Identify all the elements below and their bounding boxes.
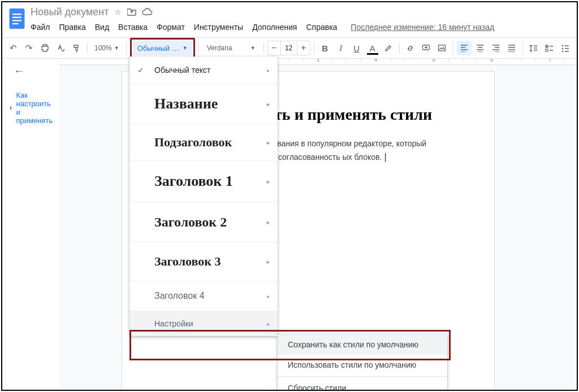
- highlight-color-button[interactable]: [381, 41, 396, 55]
- svg-rect-3: [12, 20, 21, 21]
- move-icon[interactable]: [127, 8, 136, 16]
- style-option-subtitle[interactable]: Подзаголовок▸: [129, 124, 278, 161]
- svg-point-9: [562, 45, 564, 46]
- submenu-separator: [278, 376, 447, 377]
- submenu-reset-styles[interactable]: Сбросить стили: [278, 378, 447, 391]
- style-option-heading-3[interactable]: Заголовок 3▸: [129, 242, 278, 281]
- svg-rect-8: [546, 49, 548, 51]
- toolbar: ↶ ↷ 100%▼ Обычный … ▼ Verdana ▼ − 12 + B…: [2, 37, 577, 59]
- outline-item[interactable]: Как настроить и применять: [7, 91, 55, 125]
- insert-link-button[interactable]: [403, 41, 418, 55]
- style-settings-submenu: Сохранить как стили по умолчанию Использ…: [278, 334, 447, 391]
- title-bar: Новый документ ☆ Файл Правка Вид Вставка…: [2, 2, 577, 37]
- star-icon[interactable]: ☆: [115, 8, 122, 16]
- docs-logo[interactable]: [7, 6, 27, 32]
- submenu-arrow-icon: ▸: [267, 101, 270, 107]
- document-outline: ← Как настроить и применять: [2, 55, 59, 390]
- submenu-arrow-icon: ▸: [267, 67, 270, 73]
- chevron-down-icon: ▼: [250, 45, 256, 51]
- submenu-arrow-icon: ▸: [267, 219, 270, 225]
- document-title[interactable]: Новый документ: [31, 6, 109, 18]
- style-option-normal[interactable]: ✓ Обычный текст▸: [129, 56, 278, 84]
- submenu-arrow-icon: ▸: [267, 321, 270, 327]
- bold-button[interactable]: B: [318, 41, 332, 55]
- style-option-heading-4[interactable]: Заголовок 4▸: [129, 281, 278, 311]
- submenu-arrow-icon: ▸: [267, 293, 270, 299]
- style-option-settings[interactable]: Настройки▸: [129, 311, 278, 336]
- font-family-dropdown[interactable]: Verdana ▼: [202, 41, 260, 55]
- menu-tools[interactable]: Инструменты: [194, 23, 243, 32]
- menu-format[interactable]: Формат: [157, 23, 185, 32]
- font-size-control: − 12 +: [267, 41, 310, 55]
- submenu-arrow-icon: ▸: [267, 259, 270, 265]
- menu-insert[interactable]: Вставка: [118, 23, 148, 32]
- paint-format-button[interactable]: [69, 41, 84, 55]
- undo-button[interactable]: ↶: [6, 41, 20, 55]
- text-color-button[interactable]: A: [365, 41, 380, 55]
- font-size-input[interactable]: 12: [280, 41, 297, 55]
- align-justify-button[interactable]: [504, 41, 519, 55]
- outline-collapse-button[interactable]: ←: [14, 64, 55, 77]
- checklist-button[interactable]: [542, 41, 557, 55]
- svg-point-10: [562, 47, 564, 49]
- svg-rect-6: [439, 45, 446, 51]
- styles-dropdown-highlight: Обычный … ▼: [130, 38, 195, 58]
- cloud-status-icon[interactable]: [142, 8, 152, 16]
- align-left-button[interactable]: [457, 41, 472, 55]
- last-edit-link[interactable]: Последнее изменение: 16 минут назад: [351, 23, 494, 32]
- submenu-arrow-icon: ▸: [267, 140, 270, 146]
- submenu-arrow-icon: ▸: [267, 178, 270, 185]
- svg-point-11: [562, 50, 564, 52]
- align-center-button[interactable]: [473, 41, 487, 55]
- print-button[interactable]: [37, 41, 52, 55]
- menu-bar: Файл Правка Вид Вставка Формат Инструмен…: [31, 20, 494, 34]
- svg-rect-2: [12, 17, 21, 18]
- paragraph-styles-dropdown[interactable]: Обычный … ▼: [133, 41, 192, 55]
- menu-file[interactable]: Файл: [31, 23, 50, 32]
- spellcheck-button[interactable]: [53, 41, 68, 55]
- svg-rect-0: [10, 8, 25, 29]
- svg-rect-1: [12, 14, 21, 15]
- svg-rect-4: [12, 23, 18, 24]
- chevron-down-icon: ▼: [183, 45, 188, 51]
- italic-button[interactable]: I: [334, 41, 348, 55]
- zoom-select[interactable]: 100%▼: [91, 44, 123, 52]
- align-right-button[interactable]: [489, 41, 503, 55]
- menu-view[interactable]: Вид: [95, 23, 109, 32]
- checkmark-icon: ✓: [137, 66, 144, 75]
- redo-button[interactable]: ↷: [21, 41, 36, 55]
- submenu-use-default-styles[interactable]: Использовать стили по умолчанию: [278, 355, 447, 375]
- increase-font-size-button[interactable]: +: [297, 43, 310, 53]
- insert-image-button[interactable]: [435, 41, 450, 55]
- menu-addons[interactable]: Дополнения: [252, 23, 297, 32]
- line-spacing-button[interactable]: [526, 41, 541, 55]
- outline-item-label: Как настроить и применять: [16, 91, 54, 125]
- chevron-down-icon: ▼: [114, 45, 119, 51]
- text-caret: [385, 153, 386, 162]
- menu-help[interactable]: Справка: [306, 23, 337, 32]
- insert-comment-button[interactable]: [419, 41, 434, 55]
- style-option-heading-1[interactable]: Заголовок 1▸: [129, 161, 278, 202]
- underline-button[interactable]: U: [349, 41, 364, 55]
- style-option-heading-2[interactable]: Заголовок 2▸: [129, 202, 278, 242]
- style-option-title[interactable]: Название▸: [129, 84, 278, 124]
- submenu-save-default-styles[interactable]: Сохранить как стили по умолчанию: [278, 334, 447, 355]
- bulleted-list-button[interactable]: [558, 41, 573, 55]
- decrease-font-size-button[interactable]: −: [268, 43, 280, 53]
- menu-edit[interactable]: Правка: [59, 23, 85, 32]
- paragraph-styles-menu: ✓ Обычный текст▸ Название▸ Подзаголовок▸…: [129, 56, 278, 336]
